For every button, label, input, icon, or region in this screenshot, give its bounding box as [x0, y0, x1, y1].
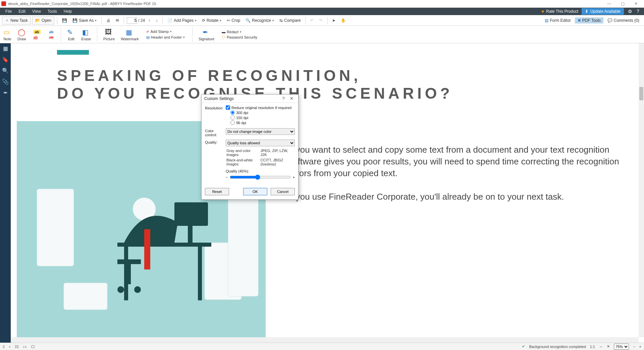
zoom-out-button[interactable]: − [633, 345, 635, 349]
dpi-300-radio[interactable]: 300 dpi [230, 110, 295, 115]
tools-icon: ✖ [578, 18, 581, 23]
signature-tool[interactable]: ✒ Signature [199, 28, 214, 41]
pdf-tools-button[interactable]: ✖ PDF Tools [575, 17, 603, 23]
dialog-close-button[interactable]: ✕ [287, 96, 296, 101]
recognize-icon: 🔍 [246, 18, 251, 23]
recognition-status: Background recognition completed [529, 345, 586, 349]
view-two-page-icon[interactable]: ▯▯ [15, 344, 19, 349]
dialog-help-button[interactable]: ? [279, 96, 287, 101]
window-minimize-button[interactable]: — [602, 1, 616, 6]
check-icon: ✔ [522, 344, 525, 349]
reduce-label: Reduce original resolution if required [231, 106, 291, 110]
page-down-button[interactable]: ↓ [154, 16, 160, 24]
erase-tool[interactable]: ◧ Erase [81, 28, 91, 41]
view-fullscreen-icon[interactable]: 🖵 [31, 345, 35, 349]
menu-help[interactable]: Help [60, 8, 75, 15]
menu-edit[interactable]: Edit [15, 8, 29, 15]
comments-button[interactable]: 💬 Comments (0) [605, 17, 642, 23]
view-continuous-icon[interactable]: ⫞ [9, 345, 11, 349]
note-tool[interactable]: ▭ Note [3, 28, 11, 41]
form-editor-button[interactable]: ▤ Form Editor [542, 17, 574, 23]
crop-button[interactable]: ✂ Crop [225, 16, 242, 24]
picture-tool[interactable]: 🖼 Picture [103, 28, 115, 41]
dpi-96-radio[interactable]: 96 dpi [230, 120, 295, 125]
reduce-resolution-checkbox[interactable]: Reduce original resolution if required [226, 105, 295, 110]
app-logo-icon [1, 1, 6, 6]
undo-button[interactable]: ↶ [308, 16, 316, 24]
dpi-96-input[interactable] [230, 120, 235, 125]
quality-select[interactable]: Quality loss allowed [226, 140, 295, 146]
erase-icon: ◧ [82, 28, 90, 36]
reduce-checkbox-input[interactable] [226, 105, 230, 110]
dialog-titlebar[interactable]: Custom Settings ? ✕ [202, 95, 298, 103]
text-tool[interactable]: ab [48, 30, 55, 34]
document-viewport[interactable]: SPEAKING OF RECOGNITION, DO YOU RECOGNIS… [11, 43, 644, 343]
scroll-thumb[interactable] [639, 87, 643, 100]
cancel-button[interactable]: Cancel [271, 188, 295, 195]
fit-page-icon[interactable]: ✕ [607, 344, 610, 349]
zoom-in-button[interactable]: + [639, 345, 641, 349]
add-pages-button[interactable]: 📄 Add Pages [165, 16, 199, 24]
page-up-button[interactable]: ↑ [146, 16, 152, 24]
recognize-button[interactable]: 🔍 Recognize [244, 16, 276, 24]
underline-tool[interactable]: ab [32, 35, 42, 40]
dpi-150-input[interactable] [230, 115, 235, 120]
svg-point-15 [134, 286, 141, 293]
quality-percent-label: Quality (45%): [226, 169, 295, 173]
svg-rect-13 [127, 264, 131, 284]
fit-width-icon[interactable]: ↔ [599, 345, 603, 349]
menu-view[interactable]: View [29, 8, 44, 15]
header-footer-tool[interactable]: ▤ Header and Footer [145, 35, 186, 40]
vertical-scrollbar[interactable] [639, 43, 644, 337]
update-available-button[interactable]: ⬇ Update Available [582, 8, 624, 15]
watermark-label: Watermark [121, 37, 139, 41]
redact-tool[interactable]: ▬ Redact [220, 30, 259, 34]
menu-tools[interactable]: Tools [44, 8, 60, 15]
color-control-select[interactable]: Do not change image color [226, 128, 295, 135]
view-two-continuous-icon[interactable]: ⫞⫞ [23, 345, 27, 349]
new-task-button[interactable]: ＋ New Task [2, 16, 31, 24]
strike-tool[interactable]: ab [48, 35, 55, 40]
help-icon[interactable]: ？ [634, 8, 642, 14]
view-single-page-icon[interactable]: ▯ [3, 344, 5, 349]
save-button[interactable]: 💾 [60, 16, 69, 24]
comments-label: Comments (0) [614, 18, 639, 23]
dpi-150-radio[interactable]: 150 dpi [230, 115, 295, 120]
password-security-tool[interactable]: 🛡 Password Security [220, 35, 259, 40]
print-icon: 🖨 [106, 18, 110, 23]
search-panel-icon[interactable]: 🔍 [2, 67, 9, 74]
window-close-button[interactable]: ✕ [629, 1, 643, 6]
rate-product-button[interactable]: ★ Rate This Product [541, 9, 578, 14]
edit-label: Edit [68, 37, 74, 41]
print-button[interactable]: 🖨 [104, 16, 112, 24]
signatures-panel-icon[interactable]: ✒ [3, 90, 8, 96]
reset-button[interactable]: Reset [205, 188, 229, 195]
zoom-select[interactable]: 75% [614, 344, 629, 350]
hand-tool-button[interactable]: ✋ [339, 16, 348, 24]
rotate-button[interactable]: ⟳ Rotate [200, 16, 223, 24]
quality-slider[interactable] [230, 174, 290, 180]
pages-panel-icon[interactable]: ▦ [3, 45, 8, 52]
fit-actual-button[interactable]: 1:1 [590, 345, 595, 349]
email-button[interactable]: ✉ [114, 16, 121, 24]
dpi-300-input[interactable] [230, 110, 235, 115]
pointer-tool-button[interactable]: ➤ [330, 16, 337, 24]
open-button[interactable]: 📂 Open [32, 16, 54, 24]
watermark-tool[interactable]: ▦ Watermark [121, 28, 139, 41]
settings-gear-icon[interactable]: ⚙ [626, 9, 634, 14]
redo-button[interactable]: ↷ [317, 16, 324, 24]
compare-button[interactable]: ⇆ Compare [277, 16, 303, 24]
menu-file[interactable]: File [2, 8, 15, 15]
horizontal-scrollbar[interactable] [11, 337, 639, 343]
save-as-button[interactable]: 💾 Save As [70, 16, 99, 24]
page-number-input[interactable] [127, 17, 137, 24]
attachments-panel-icon[interactable]: 📎 [2, 79, 9, 85]
draw-tool[interactable]: ◯ Draw [17, 28, 26, 41]
add-stamp-tool[interactable]: ✔ Add Stamp [145, 29, 186, 34]
ok-button[interactable]: OK [243, 188, 267, 195]
download-icon: ⬇ [585, 9, 588, 14]
bookmarks-panel-icon[interactable]: 🔖 [2, 56, 9, 63]
edit-tool[interactable]: ✎ Edit [67, 28, 75, 41]
highlight-tool[interactable]: ab [32, 30, 42, 34]
window-maximize-button[interactable]: ▢ [616, 1, 629, 6]
